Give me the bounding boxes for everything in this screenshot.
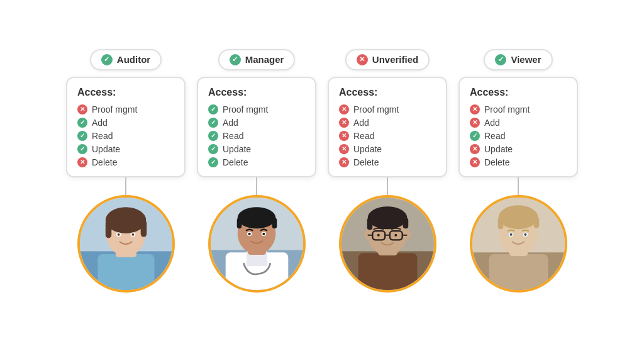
svg-point-10: [117, 233, 119, 235]
avatar-viewer: [470, 195, 567, 293]
svg-point-23: [248, 232, 250, 235]
access-item-label: Add: [353, 118, 369, 128]
access-item: ✕Delete: [77, 157, 174, 167]
access-item-label: Read: [92, 131, 113, 141]
svg-point-33: [364, 230, 371, 239]
role-label-auditor: Auditor: [117, 54, 150, 65]
access-item: ✕Add: [339, 118, 436, 128]
access-item: ✓Update: [208, 144, 305, 154]
svg-rect-6: [105, 220, 111, 238]
svg-point-34: [403, 230, 410, 239]
access-item: ✓Read: [77, 131, 174, 141]
access-item: ✕Add: [470, 118, 567, 128]
svg-point-41: [394, 233, 397, 236]
svg-point-30: [367, 206, 407, 229]
access-item: ✕Delete: [470, 157, 567, 167]
access-title-unverified: Access:: [339, 87, 436, 98]
connector-viewer: [518, 177, 519, 195]
access-item-label: Add: [92, 118, 108, 128]
access-title-manager: Access:: [208, 87, 305, 98]
allow-icon: ✓: [208, 104, 218, 115]
allow-icon: ✓: [77, 131, 87, 141]
svg-rect-7: [140, 220, 146, 237]
deny-icon: ✕: [470, 104, 480, 115]
access-card-viewer: Access:✕Proof mgmt✕Add✓Read✕Update✕Delet…: [458, 77, 578, 177]
access-title-viewer: Access:: [470, 87, 567, 98]
access-item-label: Read: [484, 131, 505, 141]
allow-icon: ✓: [208, 118, 218, 128]
access-item: ✓Update: [77, 144, 174, 154]
svg-point-53: [524, 233, 526, 235]
access-item: ✓Add: [77, 118, 174, 128]
access-item: ✕Update: [470, 144, 567, 154]
connector-unverified: [387, 177, 388, 195]
access-item-label: Update: [92, 144, 120, 154]
svg-point-18: [237, 207, 275, 228]
role-badge-auditor: ✓Auditor: [90, 49, 162, 70]
access-item-label: Update: [223, 144, 251, 154]
column-manager: ✓ManagerAccess:✓Proof mgmt✓Add✓Read✓Upda…: [197, 49, 316, 293]
column-unverified: ✕UnverifiedAccess:✕Proof mgmt✕Add✕Read✕U…: [328, 49, 447, 293]
svg-point-40: [377, 233, 379, 236]
access-item-label: Proof mgmt: [223, 104, 268, 115]
access-item: ✕Read: [339, 131, 436, 141]
access-item-label: Delete: [353, 157, 379, 167]
access-item: ✕Delete: [339, 157, 436, 167]
allow-icon: ✓: [77, 144, 87, 154]
role-label-manager: Manager: [245, 54, 284, 65]
deny-icon: ✕: [339, 118, 349, 128]
connector-manager: [256, 177, 257, 195]
access-item-label: Add: [223, 118, 238, 128]
column-auditor: ✓AuditorAccess:✕Proof mgmt✓Add✓Read✓Upda…: [66, 49, 186, 293]
deny-icon: ✕: [470, 157, 480, 167]
svg-rect-2: [97, 254, 154, 290]
svg-rect-20: [272, 218, 277, 228]
allow-icon: ✓: [208, 157, 218, 167]
access-item-label: Read: [223, 131, 243, 141]
svg-point-52: [509, 233, 512, 235]
access-card-unverified: Access:✕Proof mgmt✕Add✕Read✕Update✕Delet…: [328, 77, 447, 177]
svg-point-24: [262, 232, 265, 235]
access-item-label: Update: [353, 144, 382, 154]
access-item: ✓Add: [208, 118, 305, 128]
role-label-unverified: Unverified: [372, 54, 418, 65]
access-item-label: Proof mgmt: [484, 104, 530, 115]
svg-rect-27: [358, 253, 417, 290]
deny-icon: ✕: [339, 104, 349, 115]
access-item: ✓Delete: [208, 157, 305, 167]
svg-rect-31: [367, 218, 372, 230]
role-status-icon-auditor: ✓: [101, 54, 113, 65]
role-badge-manager: ✓Manager: [218, 49, 296, 70]
access-card-manager: Access:✓Proof mgmt✓Add✓Read✓Update✓Delet…: [197, 77, 316, 177]
access-title-auditor: Access:: [77, 87, 174, 98]
svg-rect-44: [489, 254, 548, 290]
role-status-icon-viewer: ✓: [495, 54, 506, 65]
access-item: ✓Read: [470, 131, 567, 141]
allow-icon: ✓: [208, 131, 218, 141]
access-item-label: Delete: [484, 157, 509, 167]
role-status-icon-manager: ✓: [230, 54, 241, 65]
access-card-auditor: Access:✕Proof mgmt✓Add✓Read✓Update✕Delet…: [66, 77, 186, 177]
allow-icon: ✓: [77, 118, 87, 128]
avatar-manager: [208, 195, 306, 293]
deny-icon: ✕: [77, 104, 87, 115]
access-item-label: Update: [484, 144, 513, 154]
access-item-label: Proof mgmt: [353, 104, 399, 115]
allow-icon: ✓: [208, 144, 218, 154]
avatar-unverified: [339, 195, 436, 293]
column-viewer: ✓ViewerAccess:✕Proof mgmt✕Add✓Read✕Updat…: [458, 49, 578, 293]
deny-icon: ✕: [77, 157, 87, 167]
deny-icon: ✕: [339, 131, 349, 141]
access-item-label: Read: [353, 131, 374, 141]
role-badge-viewer: ✓Viewer: [484, 49, 552, 70]
svg-point-11: [131, 233, 134, 235]
connector-auditor: [125, 177, 126, 195]
svg-rect-32: [402, 218, 408, 228]
access-item-label: Proof mgmt: [92, 104, 137, 115]
role-status-icon-unverified: ✕: [357, 54, 368, 65]
svg-rect-19: [236, 218, 242, 228]
access-item-label: Delete: [223, 157, 248, 167]
role-badge-unverified: ✕Unverified: [345, 49, 430, 70]
access-item: ✓Read: [208, 131, 305, 141]
access-item-label: Delete: [92, 157, 117, 167]
